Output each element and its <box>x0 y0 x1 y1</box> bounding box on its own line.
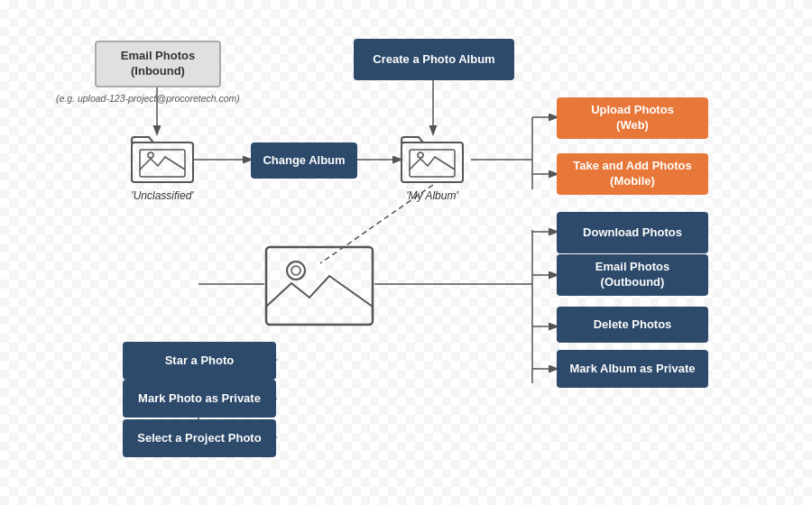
svg-point-25 <box>418 152 423 158</box>
take-add-mobile-label: Take and Add Photos(Mobile) <box>573 159 691 189</box>
photo-icon-large <box>264 245 374 330</box>
diagram-container: Email Photos(Inbound) (e.g. upload-123-p… <box>0 0 812 505</box>
select-project-photo-box: Select a Project Photo <box>123 419 276 457</box>
email-outbound-box: Email Photos(Outbound) <box>557 254 708 296</box>
mark-album-private-label: Mark Album as Private <box>570 362 696 377</box>
change-album-label: Change Album <box>263 153 345 169</box>
create-album-label: Create a Photo Album <box>373 52 494 68</box>
select-project-photo-label: Select a Project Photo <box>137 431 261 446</box>
unclassified-folder: 'Unclassified' <box>131 133 194 202</box>
upload-web-label: Upload Photos(Web) <box>591 103 674 133</box>
folder-svg-unclassified <box>131 133 194 186</box>
delete-photos-label: Delete Photos <box>594 317 672 333</box>
email-outbound-label: Email Photos(Outbound) <box>595 260 669 290</box>
email-inbound-label: Email Photos(Inbound) <box>121 49 195 79</box>
photo-svg-large <box>264 245 374 326</box>
delete-photos-box: Delete Photos <box>557 307 708 343</box>
folder-svg-myalbum <box>401 133 464 186</box>
unclassified-label: 'Unclassified' <box>131 189 193 202</box>
download-photos-label: Download Photos <box>583 225 682 241</box>
mark-album-private-box: Mark Album as Private <box>557 350 708 388</box>
svg-point-22 <box>148 152 153 158</box>
svg-point-28 <box>291 266 300 275</box>
upload-web-box: Upload Photos(Web) <box>557 97 708 139</box>
create-album-box: Create a Photo Album <box>354 39 514 80</box>
email-inbound-box: Email Photos(Inbound) <box>95 41 221 87</box>
mark-photo-private-label: Mark Photo as Private <box>138 391 261 407</box>
svg-point-27 <box>287 262 305 280</box>
star-photo-label: Star a Photo <box>165 354 235 369</box>
download-photos-box: Download Photos <box>557 212 708 253</box>
star-photo-box: Star a Photo <box>123 342 276 380</box>
change-album-box: Change Album <box>251 142 357 179</box>
take-add-mobile-box: Take and Add Photos(Mobile) <box>557 153 708 195</box>
my-album-label: 'My Album' <box>406 189 457 202</box>
email-note: (e.g. upload-123-project@procoretech.com… <box>56 93 263 104</box>
my-album-folder: 'My Album' <box>401 133 464 202</box>
mark-photo-private-box: Mark Photo as Private <box>123 380 276 418</box>
